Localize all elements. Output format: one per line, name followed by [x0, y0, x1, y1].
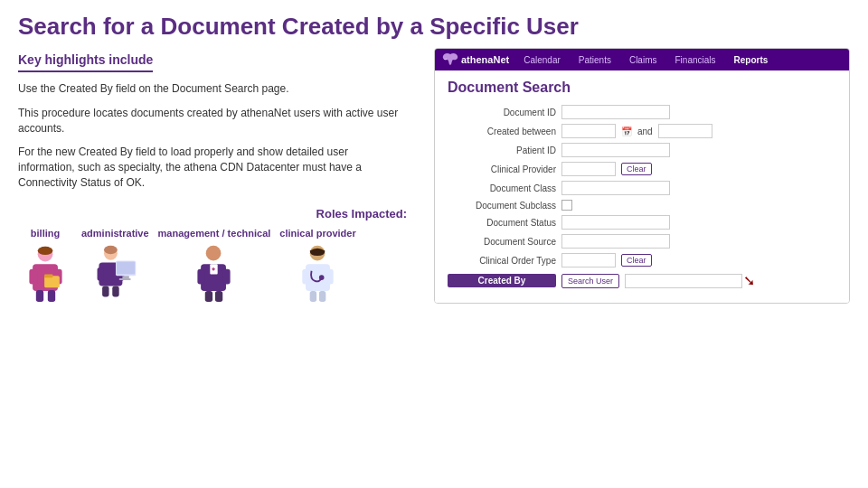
- svg-rect-14: [112, 286, 118, 297]
- input-doc-id[interactable]: [561, 105, 670, 119]
- label-created-between: Created between: [448, 127, 556, 136]
- content-area: Key highlights include Use the Created B…: [0, 48, 868, 305]
- form-row-doc-subclass: Document Subclass: [448, 200, 836, 211]
- form-row-patient-id: Patient ID: [448, 143, 836, 157]
- label-doc-subclass: Document Subclass: [448, 201, 556, 211]
- nav-claims[interactable]: Claims: [626, 53, 661, 67]
- label-doc-status: Document Status: [448, 218, 556, 228]
- svg-rect-7: [44, 275, 52, 278]
- nav-patients[interactable]: Patients: [575, 53, 615, 67]
- label-clinical-order: Clinical Order Type: [448, 256, 556, 266]
- role-clinical-label: clinical provider: [279, 228, 355, 239]
- label-doc-id: Document ID: [448, 108, 556, 117]
- svg-rect-2: [29, 269, 37, 285]
- form-row-doc-source: Document Source: [448, 234, 836, 249]
- role-mgmt-label: management / technical: [158, 228, 271, 239]
- input-doc-class[interactable]: [561, 181, 670, 195]
- input-doc-source[interactable]: [561, 234, 670, 249]
- label-doc-class: Document Class: [448, 183, 556, 193]
- svg-rect-18: [118, 278, 130, 280]
- clear-clinical-order-button[interactable]: Clear: [621, 254, 652, 267]
- svg-rect-32: [302, 269, 309, 285]
- athena-logo-text: athenaNet: [461, 54, 509, 65]
- input-date-end[interactable]: [658, 124, 712, 138]
- svg-rect-13: [102, 286, 108, 297]
- and-text: and: [637, 127, 653, 136]
- svg-rect-34: [310, 291, 316, 302]
- bullet-2: This procedure locates documents created…: [18, 106, 407, 136]
- input-doc-status[interactable]: [561, 215, 670, 230]
- nav-calendar[interactable]: Calendar: [520, 53, 564, 67]
- svg-rect-4: [35, 290, 42, 302]
- input-patient-id[interactable]: [561, 143, 670, 157]
- form-row-created-by: Created By Search User ➘: [448, 272, 836, 289]
- admin-figure: [88, 242, 142, 305]
- svg-point-29: [212, 268, 215, 271]
- nav-financials[interactable]: Financials: [671, 53, 719, 67]
- roles-label: Roles Impacted:: [18, 207, 407, 221]
- athena-logo: athenaNet: [442, 52, 509, 67]
- arrow-indicator: ➘: [743, 272, 755, 289]
- form-row-doc-status: Document Status: [448, 215, 836, 230]
- svg-rect-24: [205, 291, 212, 302]
- svg-point-8: [37, 247, 52, 255]
- page-container: Search for a Document Created by a Speci…: [0, 0, 868, 305]
- svg-point-36: [319, 276, 325, 281]
- athena-bird-icon: [442, 52, 458, 67]
- role-clinical: clinical provider: [279, 228, 355, 305]
- search-user-button[interactable]: Search User: [561, 274, 619, 288]
- roles-grid: billing: [18, 228, 407, 305]
- checkbox-doc-subclass[interactable]: [561, 200, 572, 211]
- svg-rect-5: [47, 290, 54, 302]
- svg-rect-6: [44, 277, 60, 288]
- athena-navbar: athenaNet Calendar Patients Claims Finan…: [435, 49, 849, 70]
- bullet-1: Use the Created By field on the Document…: [18, 81, 407, 97]
- input-clinical-provider[interactable]: [561, 162, 616, 176]
- mgmt-figure: [187, 242, 241, 305]
- input-created-by[interactable]: [625, 274, 742, 288]
- role-billing-label: billing: [31, 228, 60, 239]
- svg-rect-11: [97, 267, 103, 281]
- athena-mockup: athenaNet Calendar Patients Claims Finan…: [434, 48, 850, 304]
- svg-rect-16: [117, 262, 135, 275]
- form-row-clinical-order: Clinical Order Type Clear: [448, 253, 836, 267]
- billing-figure: [18, 242, 72, 305]
- input-clinical-order[interactable]: [561, 253, 616, 267]
- role-administrative: administrative: [81, 228, 149, 305]
- form-row-doc-id: Document ID: [448, 105, 836, 119]
- clear-clinical-provider-button[interactable]: Clear: [621, 163, 652, 175]
- right-panel: athenaNet Calendar Patients Claims Finan…: [434, 48, 850, 305]
- input-date-start[interactable]: [561, 124, 616, 138]
- doc-search-title: Document Search: [448, 80, 836, 96]
- form-row-doc-class: Document Class: [448, 181, 836, 195]
- svg-rect-17: [122, 277, 128, 279]
- page-title: Search for a Document Created by a Speci…: [0, 0, 868, 48]
- svg-rect-22: [198, 269, 205, 285]
- role-management: management / technical: [158, 228, 271, 305]
- label-doc-source: Document Source: [448, 237, 556, 247]
- svg-rect-25: [215, 291, 222, 302]
- svg-rect-23: [223, 269, 231, 285]
- svg-point-20: [206, 246, 222, 261]
- nav-reports[interactable]: Reports: [731, 53, 772, 67]
- left-panel: Key highlights include Use the Created B…: [18, 48, 407, 305]
- role-billing: billing: [18, 228, 72, 305]
- roles-section: Roles Impacted: billing: [18, 207, 407, 305]
- clinical-figure: [291, 242, 345, 305]
- svg-point-19: [104, 246, 118, 254]
- role-admin-label: administrative: [81, 228, 149, 239]
- form-row-clinical-provider: Clinical Provider Clear: [448, 162, 836, 176]
- calendar-icon[interactable]: 📅: [621, 127, 632, 136]
- key-highlights-label: Key highlights include: [18, 52, 153, 72]
- doc-search-body: Document Search Document ID Created betw…: [435, 70, 849, 303]
- svg-rect-33: [326, 269, 333, 285]
- label-clinical-provider: Clinical Provider: [448, 164, 556, 174]
- created-by-label: Created By: [448, 274, 556, 287]
- svg-rect-35: [319, 291, 326, 302]
- label-patient-id: Patient ID: [448, 145, 556, 155]
- form-row-created-between: Created between 📅 and: [448, 124, 836, 138]
- bullet-3: For the new Created By field to load pro…: [18, 145, 407, 190]
